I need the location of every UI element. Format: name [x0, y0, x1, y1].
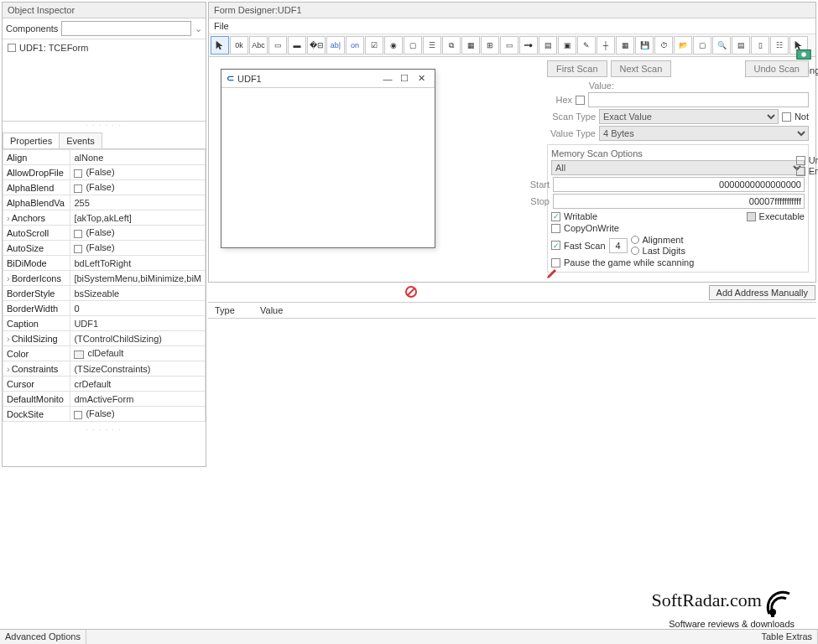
property-row[interactable]: AlphaBlend(False): [3, 180, 206, 195]
label-tool-icon[interactable]: 0k: [230, 36, 248, 55]
tab-tool-icon[interactable]: ▯: [751, 36, 769, 55]
trackbar-tool-icon[interactable]: ━●: [519, 36, 538, 55]
component-toolbar: 0k Abc ▭ ▬ �⊟ ab| on ☑ ◉ ▢ ☰ ⧉ ▦ ⊞ ▭ ━● …: [209, 34, 815, 57]
property-row[interactable]: AlignalNone: [3, 150, 206, 165]
button-tool-icon[interactable]: ▬: [288, 36, 306, 55]
next-scan-button[interactable]: Next Scan: [611, 60, 672, 77]
scan-type-select[interactable]: Exact Value: [599, 109, 779, 124]
status-advanced-options[interactable]: Advanced Options: [0, 630, 86, 644]
results-list[interactable]: Type Value: [208, 302, 816, 621]
paint-tool-icon[interactable]: ✎: [577, 36, 596, 55]
splitter[interactable]: · · · · · ·: [3, 122, 206, 129]
lastdigits-radio[interactable]: [631, 247, 639, 255]
property-row[interactable]: CaptionUDF1: [3, 316, 206, 331]
property-row[interactable]: CursorcrDefault: [3, 377, 206, 392]
list-tool-icon[interactable]: ☰: [423, 36, 441, 55]
maximize-icon[interactable]: ☐: [396, 73, 413, 84]
component-tree[interactable]: UDF1: TCEForm: [3, 39, 206, 122]
radiogroup-tool-icon[interactable]: ⊞: [481, 36, 499, 55]
copyonwrite-checkbox[interactable]: [551, 224, 560, 233]
pointer-tool-icon[interactable]: [211, 36, 229, 55]
menu-file[interactable]: File: [214, 21, 229, 31]
undo-scan-button[interactable]: Undo Scan: [745, 60, 809, 77]
col-type[interactable]: Type: [215, 305, 260, 315]
mso-range-select[interactable]: All: [551, 160, 805, 175]
status-table-extras[interactable]: Table Extras: [756, 630, 818, 644]
property-row[interactable]: AutoSize(False): [3, 241, 206, 256]
filter-icon[interactable]: ⌄: [195, 23, 202, 34]
tab-events[interactable]: Events: [59, 132, 102, 148]
property-row[interactable]: BiDiModebdLeftToRight: [3, 256, 206, 271]
property-grid[interactable]: AlignalNoneAllowDropFile(False)AlphaBlen…: [3, 149, 206, 426]
property-row[interactable]: AlphaBlendVa255: [3, 195, 206, 210]
pause-label: Pause the game while scanning: [564, 257, 694, 267]
property-row[interactable]: ›BorderIcons[biSystemMenu,biMinimize,biM: [3, 271, 206, 286]
property-row[interactable]: DockSite(False): [3, 407, 206, 422]
page-tool-icon[interactable]: ▤: [732, 36, 750, 55]
property-row[interactable]: ›Anchors[akTop,akLeft]: [3, 210, 206, 226]
groupbox-tool-icon[interactable]: ▦: [461, 36, 480, 55]
designer-window-title: UDF1: [237, 74, 379, 84]
open-tool-icon[interactable]: 📂: [674, 36, 692, 55]
designer-grid[interactable]: [221, 88, 435, 246]
property-row[interactable]: BorderStylebsSizeable: [3, 286, 206, 301]
splitter-tool-icon[interactable]: ┼: [597, 36, 615, 55]
writable-checkbox[interactable]: [551, 212, 560, 221]
minimize-icon[interactable]: —: [379, 74, 396, 84]
designer-window[interactable]: ⊂ UDF1 — ☐ ✕: [221, 69, 435, 248]
object-inspector-panel: Object Inspector Components ⌄ UDF1: TCEF…: [2, 2, 206, 467]
not-checkbox[interactable]: [782, 112, 791, 122]
image-tool-icon[interactable]: ▣: [558, 36, 576, 55]
radio-tool-icon[interactable]: ◉: [384, 36, 403, 55]
stop-input[interactable]: [553, 194, 805, 209]
fastscan-value-input[interactable]: [609, 238, 628, 253]
property-row[interactable]: ›Constraints(TSizeConstraints): [3, 361, 206, 377]
property-row[interactable]: BorderWidth0: [3, 301, 206, 316]
panel-tool-icon[interactable]: ▢: [404, 36, 422, 55]
first-scan-button[interactable]: First Scan: [547, 60, 607, 77]
value-input[interactable]: [588, 92, 809, 107]
property-row[interactable]: ›ChildSizing(TControlChildSizing): [3, 331, 206, 346]
col-value[interactable]: Value: [260, 305, 283, 315]
listview-tool-icon[interactable]: ▤: [539, 36, 557, 55]
start-input[interactable]: [553, 177, 805, 192]
property-row[interactable]: AutoScroll(False): [3, 226, 206, 241]
paint-tool-icon[interactable]: [545, 267, 559, 280]
add-address-button[interactable]: Add Address Manually: [709, 285, 815, 300]
find-tool-icon[interactable]: 🔍: [712, 36, 731, 55]
progress-tool-icon[interactable]: ▭: [500, 36, 518, 55]
property-row[interactable]: AllowDropFile(False): [3, 165, 206, 180]
memo-tool-icon[interactable]: ▭: [268, 36, 287, 55]
select-tool-icon[interactable]: ▢: [693, 36, 711, 55]
switch-tool-icon[interactable]: on: [346, 36, 364, 55]
tree-item[interactable]: UDF1: TCEForm: [8, 43, 201, 53]
tree-tool-icon[interactable]: ☷: [770, 36, 789, 55]
mso-title: Memory Scan Options: [551, 148, 805, 158]
alignment-radio[interactable]: [631, 236, 639, 244]
timer-tool-icon[interactable]: ⏱: [654, 36, 673, 55]
property-row[interactable]: DefaultMonitodmActiveForm: [3, 392, 206, 407]
close-icon[interactable]: ✕: [413, 73, 430, 84]
hex-checkbox[interactable]: [576, 96, 585, 105]
value-type-select[interactable]: 4 Bytes: [599, 126, 809, 141]
watermark-title: SoftRadar.com: [652, 589, 762, 610]
executable-checkbox[interactable]: [747, 212, 756, 221]
tab-properties[interactable]: Properties: [3, 132, 60, 148]
fastscan-checkbox[interactable]: [551, 241, 560, 250]
property-row[interactable]: ColorclDefault: [3, 346, 206, 361]
splitter[interactable]: · · · · · ·: [3, 426, 206, 434]
save-tool-icon[interactable]: 💾: [635, 36, 654, 55]
text-tool-icon[interactable]: Abc: [249, 36, 268, 55]
speedhack-checkbox[interactable]: [796, 167, 805, 176]
not-label: Not: [795, 112, 809, 122]
fastscan-label: Fast Scan: [564, 241, 606, 251]
edit-tool-icon[interactable]: ab|: [326, 36, 345, 55]
pause-checkbox[interactable]: [551, 258, 560, 267]
toggle-tool-icon[interactable]: �⊟: [307, 36, 326, 55]
tree-checkbox-icon[interactable]: [8, 44, 16, 52]
unrandomizer-checkbox[interactable]: [796, 156, 805, 165]
calendar-tool-icon[interactable]: ▦: [616, 36, 634, 55]
combo-tool-icon[interactable]: ⧉: [442, 36, 461, 55]
checkbox-tool-icon[interactable]: ☑: [365, 36, 383, 55]
components-input[interactable]: [61, 21, 191, 36]
